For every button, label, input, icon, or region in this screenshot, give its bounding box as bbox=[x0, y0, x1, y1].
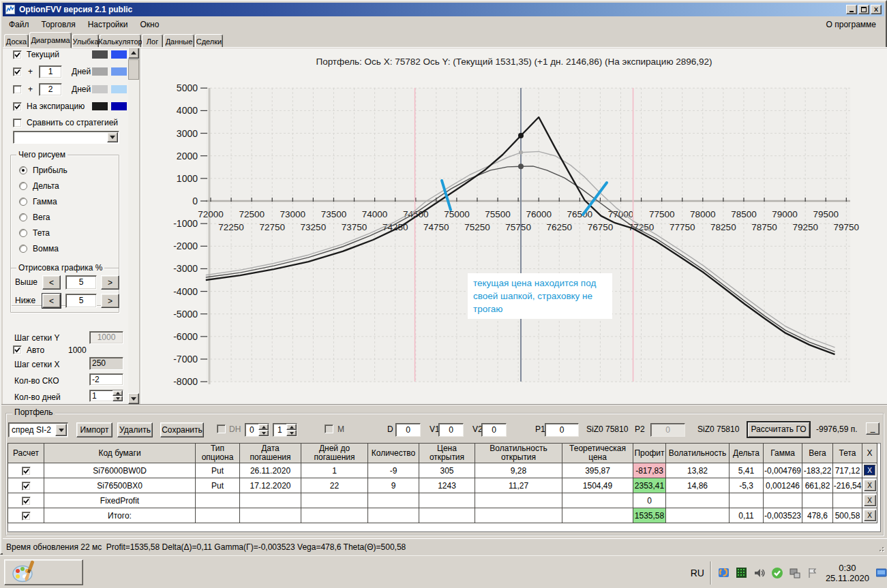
rp-value-1[interactable]: 5 bbox=[65, 294, 97, 308]
delete-row-button[interactable]: X bbox=[864, 465, 876, 476]
days-input-1[interactable]: 1 bbox=[39, 65, 62, 78]
series-checkbox-3[interactable] bbox=[13, 102, 22, 111]
field-input-V2[interactable]: 0 bbox=[481, 423, 507, 437]
dh-spinner-1[interactable]: 0 bbox=[245, 423, 269, 437]
portfolio-combo-arrow[interactable] bbox=[55, 424, 67, 436]
tab-Калькулятор[interactable]: Калькулятор bbox=[100, 34, 141, 48]
days-input-2[interactable]: 2 bbox=[39, 83, 62, 96]
svg-text:74750: 74750 bbox=[423, 222, 449, 232]
tray-security-icon[interactable] bbox=[771, 567, 783, 579]
field-input-D[interactable]: 0 bbox=[395, 423, 421, 437]
cko-input[interactable]: -2 bbox=[89, 373, 123, 386]
rp-value-0[interactable]: 5 bbox=[65, 275, 97, 290]
panel-min-button[interactable]: _ bbox=[866, 422, 880, 435]
row-delete-cell[interactable]: X bbox=[862, 463, 877, 478]
col-header: Дата погашения bbox=[240, 444, 301, 463]
series-color-swatch[interactable] bbox=[111, 67, 127, 76]
sidebar-scrollbar[interactable] bbox=[128, 48, 139, 404]
button-Удалить[interactable]: Удалить bbox=[117, 422, 153, 437]
cell bbox=[196, 493, 240, 508]
portfolio-combo[interactable]: спред SI-2 bbox=[8, 422, 68, 437]
decrease-button[interactable]: < bbox=[42, 294, 61, 308]
tray-chart-icon[interactable] bbox=[736, 567, 748, 579]
increase-button[interactable]: > bbox=[101, 275, 119, 290]
grid-x-input[interactable]: 250 bbox=[89, 357, 123, 370]
menu-0[interactable]: Файл bbox=[3, 18, 35, 31]
field-input-V1[interactable]: 0 bbox=[438, 423, 464, 437]
increase-button[interactable]: > bbox=[101, 294, 119, 308]
tab-Диаграмма[interactable]: Диаграмма bbox=[29, 32, 72, 48]
series-color-swatch[interactable] bbox=[92, 67, 108, 76]
dh-checkbox[interactable] bbox=[217, 424, 226, 433]
row-delete-cell[interactable]: X bbox=[862, 508, 877, 523]
radio-Дельта[interactable] bbox=[19, 182, 27, 190]
series-color-swatch[interactable] bbox=[111, 85, 127, 93]
tray-windows-icon[interactable] bbox=[718, 567, 730, 579]
series-color-swatch[interactable] bbox=[111, 102, 127, 110]
days-count-input[interactable]: 1 bbox=[89, 390, 123, 402]
series-checkbox-2[interactable] bbox=[13, 85, 22, 94]
row-check-cell[interactable] bbox=[8, 493, 44, 508]
m-checkbox[interactable] bbox=[325, 424, 333, 433]
maximize-button[interactable] bbox=[858, 5, 869, 14]
menu-about[interactable]: О программе bbox=[826, 20, 876, 29]
series-color-swatch[interactable] bbox=[92, 50, 108, 59]
tab-Лог[interactable]: Лог bbox=[142, 34, 163, 48]
field-input-P1[interactable]: 0 bbox=[545, 423, 579, 437]
taskbar-clock[interactable]: 0:30 25.11.2020 bbox=[826, 563, 869, 583]
days-label: Дней bbox=[72, 67, 91, 76]
language-indicator[interactable]: RU bbox=[691, 568, 704, 578]
radio-Прибыль[interactable] bbox=[19, 166, 27, 174]
menu-2[interactable]: Настройки bbox=[82, 18, 134, 31]
scroll-thumb[interactable] bbox=[128, 59, 139, 80]
col-header: Количество bbox=[368, 444, 419, 463]
scroll-down-button[interactable] bbox=[128, 393, 139, 404]
radio-Гамма[interactable] bbox=[19, 198, 27, 206]
taskbar-paint-button[interactable] bbox=[4, 559, 83, 585]
tab-Сделки[interactable]: Сделки bbox=[195, 34, 223, 48]
field-input-P2[interactable]: 0 bbox=[650, 423, 685, 437]
menu-1[interactable]: Торговля bbox=[35, 18, 82, 31]
calc-go-button[interactable]: Рассчитать ГО bbox=[747, 421, 811, 438]
series-checkbox-1[interactable] bbox=[13, 67, 22, 76]
tray-network-icon[interactable] bbox=[789, 567, 801, 579]
strategy-combo[interactable] bbox=[13, 131, 119, 144]
dh-spinner-2[interactable]: 1 bbox=[273, 423, 297, 437]
series-color-swatch[interactable] bbox=[92, 102, 108, 110]
delete-row-button[interactable]: X bbox=[864, 510, 876, 521]
radio-Тета[interactable] bbox=[19, 229, 27, 237]
row-check-cell[interactable] bbox=[8, 463, 44, 478]
radio-Вега[interactable] bbox=[19, 213, 27, 221]
decrease-button[interactable]: < bbox=[42, 275, 61, 290]
series-checkbox-0[interactable] bbox=[13, 50, 22, 59]
svg-text:75250: 75250 bbox=[464, 222, 490, 232]
scroll-up-button[interactable] bbox=[128, 48, 139, 59]
delete-row-button[interactable]: X bbox=[864, 480, 876, 491]
row-check-cell[interactable] bbox=[8, 508, 44, 523]
combo-dropdown-button[interactable] bbox=[107, 132, 118, 142]
close-button[interactable]: X bbox=[871, 5, 882, 14]
series-color-swatch[interactable] bbox=[111, 50, 127, 59]
row-delete-cell[interactable]: X bbox=[862, 478, 877, 493]
grid-y-input[interactable]: 1000 bbox=[89, 331, 123, 344]
tray-volume-icon[interactable] bbox=[753, 567, 766, 579]
tab-Доска[interactable]: Доска bbox=[4, 34, 29, 48]
svg-text:3000: 3000 bbox=[177, 128, 198, 139]
series-color-swatch[interactable] bbox=[92, 85, 108, 93]
tab-Данные[interactable]: Данные bbox=[164, 34, 194, 48]
row-check-cell[interactable] bbox=[8, 478, 44, 493]
row-delete-cell[interactable]: X bbox=[862, 493, 877, 508]
minimize-button[interactable] bbox=[846, 5, 857, 14]
radio-Вомма[interactable] bbox=[19, 245, 27, 253]
svg-text:73000: 73000 bbox=[280, 209, 306, 219]
auto-checkbox[interactable] bbox=[13, 345, 22, 354]
delete-row-button[interactable]: X bbox=[864, 495, 876, 506]
portfolio-group-label: Портфель bbox=[12, 407, 55, 417]
button-Импорт[interactable]: Импорт bbox=[76, 422, 112, 437]
menu-3[interactable]: Окно bbox=[134, 18, 166, 31]
button-Сохранить[interactable]: Сохранить bbox=[160, 422, 204, 437]
tray-flag-icon[interactable] bbox=[807, 567, 819, 579]
show-desktop-icon[interactable] bbox=[876, 567, 886, 579]
compare-checkbox[interactable] bbox=[13, 119, 22, 127]
tab-Улыбка[interactable]: Улыбка bbox=[72, 34, 99, 48]
